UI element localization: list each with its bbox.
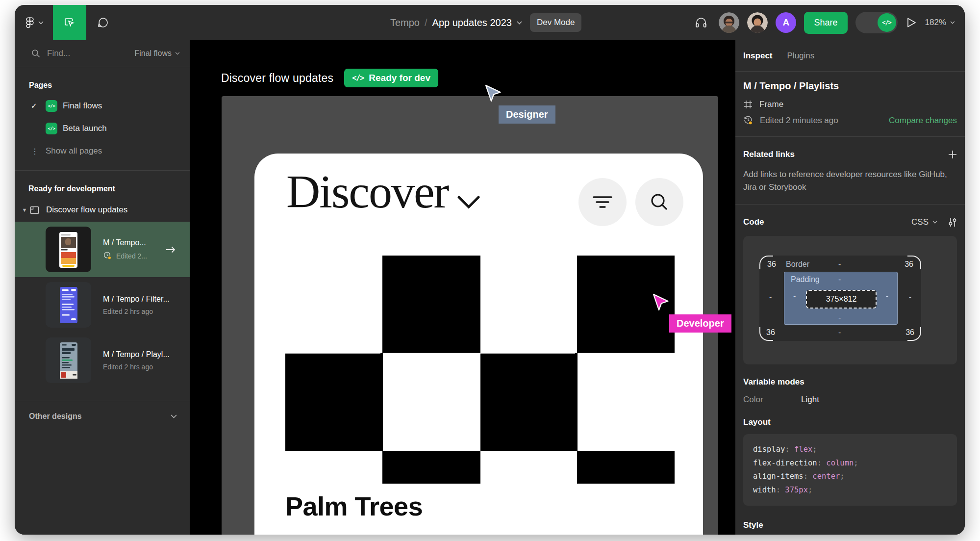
show-all-pages-label: Show all pages xyxy=(46,146,102,156)
chevron-down-icon[interactable] xyxy=(517,21,522,25)
breadcrumb-project[interactable]: Tempo xyxy=(390,17,420,28)
variable-value[interactable]: Light xyxy=(801,395,819,405)
ready-for-dev-chip-icon: </> xyxy=(46,123,57,134)
designer-cursor-label: Designer xyxy=(499,105,555,124)
related-links-header: Related links xyxy=(743,150,795,159)
comment-icon xyxy=(97,16,109,29)
dev-mode-toggle[interactable]: </> xyxy=(855,12,898,33)
search-input[interactable]: Find... xyxy=(47,49,127,58)
flow-filter-label: Final flows xyxy=(134,49,172,58)
section-frame-icon xyxy=(29,205,40,215)
layer-meta: M / Tempo / Filter... Edited 2 hrs ago xyxy=(103,295,170,315)
collaborator-avatar-1[interactable] xyxy=(719,12,739,33)
chevron-down-icon xyxy=(950,21,955,24)
check-icon: ✓ xyxy=(31,102,46,110)
show-all-pages-button[interactable]: ⋮ Show all pages xyxy=(15,140,190,162)
breadcrumb[interactable]: Tempo / App updates 2023 xyxy=(390,17,522,28)
edited-timestamp: Edited 2... xyxy=(116,252,147,260)
phone-mockup[interactable]: Discover xyxy=(254,154,703,535)
layout-css-code[interactable]: display: flex; flex-direction: column; a… xyxy=(743,434,957,506)
padding-top-value[interactable]: - xyxy=(838,275,841,284)
page-label: Final flows xyxy=(63,101,102,111)
border-right-value[interactable]: - xyxy=(909,293,911,302)
open-arrow-icon[interactable] xyxy=(165,246,176,254)
variable-mode-row[interactable]: Color Light xyxy=(743,395,957,405)
box-model-diagram[interactable]: 36 Border - 36 - - 36 - 36 Padding - - xyxy=(759,256,921,341)
ready-for-development-header: Ready for development xyxy=(15,176,190,198)
chevron-down-icon xyxy=(175,52,180,55)
playlist-title-partial: Charlie Curato xyxy=(285,529,464,535)
corner-radius-bottom-right[interactable]: 36 xyxy=(905,328,914,337)
ready-for-dev-chip-icon: </> xyxy=(46,100,57,112)
related-links-description: Add links to reference developer resourc… xyxy=(743,168,949,193)
thumbnail-preview xyxy=(46,337,91,383)
design-frame[interactable]: Discover xyxy=(222,96,718,535)
sidebar-page-final-flows[interactable]: ✓ </> Final flows xyxy=(15,95,190,117)
dev-mode-toggle-knob[interactable]: </> xyxy=(878,13,896,32)
comment-tool-button[interactable] xyxy=(86,5,120,40)
compare-changes-link[interactable]: Compare changes xyxy=(889,116,957,126)
layer-item-tempo-playlists[interactable]: M / Tempo... Edited 2... xyxy=(15,222,190,277)
ready-for-dev-badge[interactable]: </> Ready for dev xyxy=(344,69,438,87)
padding-right-value[interactable]: - xyxy=(886,292,888,301)
padding-bottom-value[interactable]: - xyxy=(838,313,841,322)
flow-filter-dropdown[interactable]: Final flows xyxy=(134,49,180,58)
border-bottom-value[interactable]: - xyxy=(838,328,841,337)
dev-mode-badge: Dev Mode xyxy=(530,13,581,32)
code-icon: </> xyxy=(352,74,364,82)
expand-triangle-icon[interactable]: ▼ xyxy=(20,207,29,213)
padding-left-value[interactable]: - xyxy=(793,292,796,301)
search-button[interactable] xyxy=(635,178,683,226)
search-icon xyxy=(31,49,40,58)
tab-plugins[interactable]: Plugins xyxy=(787,51,815,61)
developer-cursor-icon xyxy=(652,293,669,314)
sidebar-page-beta-launch[interactable]: </> Beta launch xyxy=(15,117,190,140)
tab-inspect[interactable]: Inspect xyxy=(743,51,773,61)
padding-box[interactable]: Padding - - - - 375×812 xyxy=(784,272,898,325)
corner-radius-top-right[interactable]: 36 xyxy=(905,260,913,269)
corner-radius-bottom-left[interactable]: 36 xyxy=(766,328,775,337)
toolbar-left xyxy=(15,5,120,40)
layer-meta: M / Tempo / Playl... Edited 2 hrs ago xyxy=(103,350,170,371)
element-size[interactable]: 375×812 xyxy=(806,290,877,309)
designer-cursor-icon xyxy=(484,84,502,105)
select-tool-button[interactable] xyxy=(53,5,86,40)
left-sidebar: Find... Final flows Pages ✓ </> Final fl… xyxy=(15,40,190,535)
border-left-value[interactable]: - xyxy=(769,293,772,302)
code-settings-button[interactable] xyxy=(948,217,957,227)
present-icon[interactable] xyxy=(905,16,917,29)
ready-for-dev-section: Ready for development ▼ Discover flow up… xyxy=(15,171,190,388)
breadcrumb-file[interactable]: App updates 2023 xyxy=(432,17,512,28)
layer-item-tempo-playl[interactable]: M / Tempo / Playl... Edited 2 hrs ago xyxy=(15,333,190,388)
related-links-section: Related links Add links to reference dev… xyxy=(735,137,965,204)
layer-title: M / Tempo / Playl... xyxy=(103,350,170,359)
selection-type: Frame xyxy=(759,100,783,109)
code-language-dropdown[interactable]: CSS xyxy=(911,217,937,227)
layer-meta: M / Tempo... Edited 2... xyxy=(103,238,147,260)
chevron-down-icon[interactable] xyxy=(457,196,480,209)
share-button[interactable]: Share xyxy=(804,12,847,34)
border-top-value[interactable]: - xyxy=(838,260,841,269)
selection-name: M / Tempo / Playlists xyxy=(743,80,957,92)
frame-icon xyxy=(743,100,753,109)
layer-item-tempo-filter[interactable]: M / Tempo / Filter... Edited 2 hrs ago xyxy=(15,277,190,333)
section-discover-flow-updates[interactable]: ▼ Discover flow updates xyxy=(15,198,190,222)
main-menu-button[interactable] xyxy=(15,5,53,40)
sliders-icon xyxy=(948,217,957,227)
filter-button[interactable] xyxy=(578,178,627,226)
plus-icon xyxy=(948,150,957,159)
corner-radius-top-left[interactable]: 36 xyxy=(767,260,776,269)
zoom-menu[interactable]: 182% xyxy=(925,18,955,27)
frame-title[interactable]: Discover flow updates xyxy=(221,72,333,85)
playlist-cover-checkerboard[interactable] xyxy=(285,256,675,484)
user-avatar[interactable]: A xyxy=(776,12,796,33)
layer-title: M / Tempo... xyxy=(103,238,147,247)
page-label: Beta launch xyxy=(63,124,107,133)
collaborator-avatar-2[interactable] xyxy=(747,12,768,33)
chevron-down-icon xyxy=(38,21,44,25)
search-row: Find... Final flows xyxy=(15,40,190,67)
add-link-button[interactable] xyxy=(948,150,957,159)
other-designs-section[interactable]: Other designs xyxy=(15,401,190,432)
headphones-icon[interactable] xyxy=(694,16,708,29)
canvas[interactable]: Discover flow updates </> Ready for dev … xyxy=(190,40,735,535)
